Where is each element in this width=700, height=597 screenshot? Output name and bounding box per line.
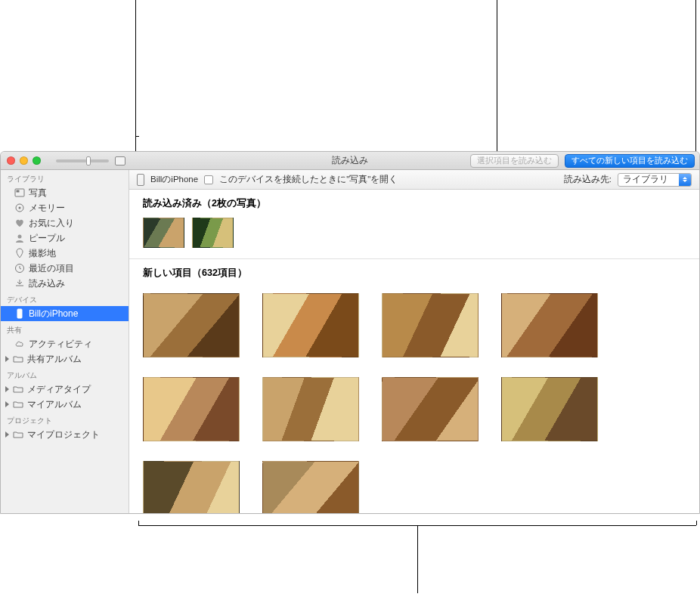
photos-icon	[14, 187, 25, 198]
sidebar-item-photos[interactable]: 写真	[1, 185, 129, 200]
photo-thumbnail[interactable]	[143, 218, 184, 248]
traffic-lights	[1, 156, 41, 165]
slider-thumb[interactable]	[86, 156, 91, 165]
folder-icon	[13, 399, 23, 410]
sidebar-item-label: メディアタイプ	[27, 383, 91, 396]
zoom-window-button[interactable]	[33, 156, 41, 165]
sidebar-item-places[interactable]: 撮影地	[1, 246, 129, 261]
sidebar-item-people[interactable]: ピープル	[1, 230, 129, 246]
svg-rect-6	[17, 309, 22, 318]
sidebar-item-import[interactable]: 読み込み	[1, 276, 129, 291]
sidebar-item-recent[interactable]: 最近の項目	[1, 261, 129, 276]
sidebar-item-label: マイプロジェクト	[27, 428, 100, 441]
window-title: 読み込み	[332, 154, 368, 167]
photo-thumbnail[interactable]	[501, 293, 598, 357]
sidebar-item-device-iphone[interactable]: BillのiPhone	[1, 306, 129, 321]
thumbnail-zoom-slider[interactable]	[56, 159, 109, 162]
main-pane: BillのiPhone このデバイスを接続したときに"写真"を開く 読み込み先:…	[129, 170, 699, 513]
cloud-icon	[14, 339, 25, 349]
device-name-label: BillのiPhone	[150, 174, 198, 185]
sidebar-item-my-albums[interactable]: マイアルバム	[1, 397, 129, 412]
sidebar-item-favorites[interactable]: お気に入り	[1, 215, 129, 230]
photo-thumbnail[interactable]	[143, 293, 240, 357]
disclosure-triangle-icon[interactable]	[5, 401, 9, 407]
chevron-updown-icon	[679, 174, 691, 186]
photo-thumbnail[interactable]	[382, 293, 479, 357]
pin-icon	[14, 248, 25, 258]
photo-thumbnail[interactable]	[143, 461, 240, 513]
import-to-label: 読み込み先:	[564, 174, 612, 185]
heart-icon	[14, 218, 25, 228]
titlebar: 読み込み 選択項目を読み込む すべての新しい項目を読み込む	[1, 152, 699, 170]
sidebar-item-label: 撮影地	[29, 247, 56, 260]
import-controlbar: BillのiPhone このデバイスを接続したときに"写真"を開く 読み込み先:…	[129, 170, 699, 190]
photo-thumbnail[interactable]	[382, 377, 479, 441]
svg-point-3	[19, 207, 21, 209]
close-window-button[interactable]	[7, 156, 15, 165]
device-icon	[137, 174, 144, 186]
sidebar-toggle-icon[interactable]	[115, 156, 125, 165]
photos-import-window: 読み込み 選択項目を読み込む すべての新しい項目を読み込む ライブラリ 写真 メ…	[0, 151, 700, 514]
sidebar-item-label: ピープル	[29, 232, 65, 245]
sidebar-item-label: 共有アルバム	[27, 353, 82, 366]
disclosure-triangle-icon[interactable]	[5, 356, 9, 362]
sidebar: ライブラリ 写真 メモリー お気に入り ピープル 撮影地	[1, 170, 129, 513]
sidebar-item-label: 最近の項目	[29, 262, 74, 275]
photo-thumbnail[interactable]	[262, 293, 359, 357]
sidebar-item-activity[interactable]: アクティビティ	[1, 336, 129, 351]
select-value: ライブラリ	[618, 174, 679, 185]
svg-point-4	[18, 235, 22, 239]
sidebar-item-my-projects[interactable]: マイプロジェクト	[1, 427, 129, 442]
sidebar-item-label: マイアルバム	[27, 398, 82, 411]
import-selected-button[interactable]: 選択項目を読み込む	[470, 154, 559, 168]
iphone-icon	[14, 308, 25, 319]
disclosure-triangle-icon[interactable]	[5, 386, 9, 392]
photo-thumbnail[interactable]	[501, 377, 598, 441]
sidebar-item-shared-albums[interactable]: 共有アルバム	[1, 351, 129, 367]
photo-thumbnail[interactable]	[143, 377, 240, 441]
sidebar-section-shared: 共有	[1, 321, 129, 336]
open-on-connect-label: このデバイスを接続したときに"写真"を開く	[219, 174, 398, 185]
sidebar-section-projects: プロジェクト	[1, 412, 129, 427]
sidebar-item-label: お気に入り	[29, 217, 74, 230]
photo-thumbnail[interactable]	[262, 377, 359, 441]
folder-icon	[13, 429, 23, 440]
new-thumbnails	[129, 283, 699, 513]
minimize-window-button[interactable]	[20, 156, 28, 165]
clock-icon	[14, 263, 25, 274]
sidebar-section-devices: デバイス	[1, 291, 129, 306]
folder-icon	[13, 384, 23, 394]
imported-section-title: 読み込み済み（2枚の写真）	[129, 190, 699, 213]
import-icon	[14, 278, 25, 289]
svg-rect-1	[17, 190, 20, 193]
folder-icon	[13, 354, 23, 364]
memories-icon	[14, 203, 25, 213]
imported-thumbnails	[129, 213, 699, 258]
import-all-new-button[interactable]: すべての新しい項目を読み込む	[565, 154, 695, 168]
sidebar-item-media-types[interactable]: メディアタイプ	[1, 382, 129, 397]
sidebar-item-label: 読み込み	[29, 277, 65, 290]
import-to-select[interactable]: ライブラリ	[618, 173, 692, 187]
sidebar-section-albums: アルバム	[1, 367, 129, 382]
sidebar-item-label: 写真	[29, 187, 47, 200]
import-scroll-area[interactable]: 読み込み済み（2枚の写真） 新しい項目（632項目）	[129, 190, 699, 513]
new-section-title: 新しい項目（632項目）	[129, 259, 699, 283]
open-on-connect-checkbox[interactable]	[204, 175, 213, 184]
photo-thumbnail[interactable]	[262, 461, 359, 513]
photo-thumbnail[interactable]	[192, 218, 234, 248]
disclosure-triangle-icon[interactable]	[5, 432, 9, 438]
person-icon	[14, 233, 25, 243]
sidebar-item-label: BillのiPhone	[29, 308, 78, 320]
sidebar-section-library: ライブラリ	[1, 170, 129, 185]
sidebar-item-label: メモリー	[29, 202, 65, 215]
sidebar-item-memories[interactable]: メモリー	[1, 200, 129, 215]
sidebar-item-label: アクティビティ	[29, 338, 92, 351]
